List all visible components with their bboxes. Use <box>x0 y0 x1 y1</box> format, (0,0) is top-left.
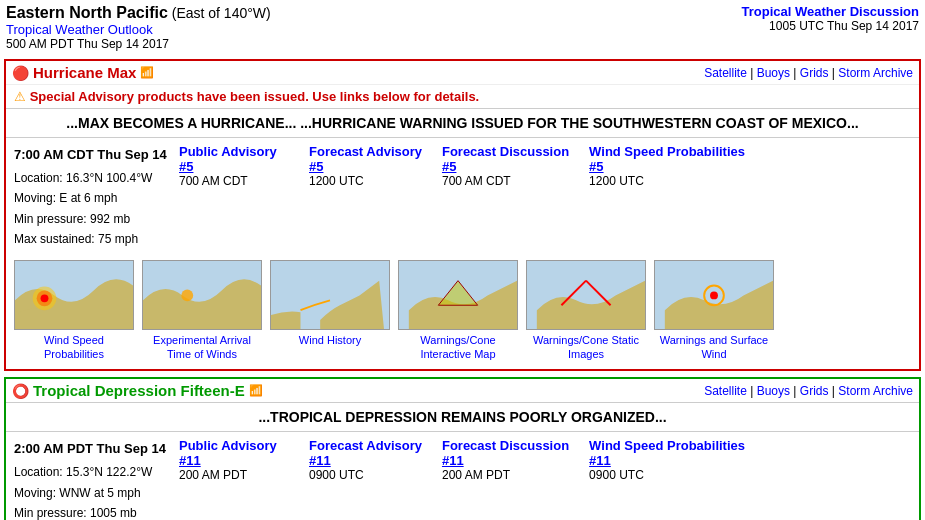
storm-title[interactable]: Tropical Depression Fifteen-E <box>33 382 245 399</box>
page-subtitle: (East of 140°W) <box>168 5 271 21</box>
map-item-2: Wind History <box>270 260 390 362</box>
storm-header-td-fifteen-e: ⭕Tropical Depression Fifteen-E📶Satellite… <box>6 379 919 402</box>
rss-icon[interactable]: 📶 <box>140 66 154 79</box>
map-label-1[interactable]: Experimental Arrival Time of Winds <box>142 333 262 362</box>
advisory-title-link-2[interactable]: Forecast Discussion <box>442 438 569 453</box>
storm-info-item: Min pressure: 1005 mb <box>14 503 179 520</box>
storm-info-item: Location: 15.3°N 122.2°W <box>14 462 179 482</box>
map-item-4: Warnings/Cone Static Images <box>526 260 646 362</box>
advisory-col-0: Public Advisory#5700 AM CDT <box>179 144 289 250</box>
map-item-0: Wind Speed Probabilities <box>14 260 134 362</box>
map-item-1: Experimental Arrival Time of Winds <box>142 260 262 362</box>
nav-link-storm-archive[interactable]: Storm Archive <box>838 384 913 398</box>
discussion-link[interactable]: Tropical Weather Discussion <box>742 4 919 19</box>
storm-info: 7:00 AM CDT Thu Sep 14Location: 16.3°N 1… <box>14 144 179 250</box>
advisory-columns: Public Advisory#11200 AM PDTForecast Adv… <box>179 438 911 520</box>
nav-link-satellite[interactable]: Satellite <box>704 66 747 80</box>
advisory-title-link-2[interactable]: Forecast Discussion <box>442 144 569 159</box>
map-thumb-1[interactable] <box>142 260 262 330</box>
map-thumb-4[interactable] <box>526 260 646 330</box>
advisory-warning-text: Special Advisory products have been issu… <box>30 89 480 104</box>
map-section: Wind Speed Probabilities Experimental Ar… <box>6 256 919 370</box>
map-label-3[interactable]: Warnings/Cone Interactive Map <box>398 333 518 362</box>
page-title: Eastern North Pacific (East of 140°W) <box>6 4 271 21</box>
storm-info-item: Moving: E at 6 mph <box>14 188 179 208</box>
map-label-5[interactable]: Warnings and Surface Wind <box>654 333 774 362</box>
storm-box-hurricane-max: 🔴Hurricane Max📶Satellite | Buoys | Grids… <box>4 59 921 371</box>
storms-container: 🔴Hurricane Max📶Satellite | Buoys | Grids… <box>0 59 925 520</box>
advisory-col-3: Wind Speed Probabilities#51200 UTC <box>589 144 745 250</box>
map-thumb-2[interactable] <box>270 260 390 330</box>
advisory-number-link-1[interactable]: #11 <box>309 453 422 468</box>
advisory-number-link-0[interactable]: #11 <box>179 453 289 468</box>
advisory-time: 200 AM PDT <box>442 468 569 482</box>
map-item-5: Warnings and Surface Wind <box>654 260 774 362</box>
advisory-col-0: Public Advisory#11200 AM PDT <box>179 438 289 520</box>
map-label-4[interactable]: Warnings/Cone Static Images <box>526 333 646 362</box>
map-thumb-3[interactable] <box>398 260 518 330</box>
advisory-title-link-1[interactable]: Forecast Advisory <box>309 144 422 159</box>
advisory-col-2: Forecast Discussion#11200 AM PDT <box>442 438 569 520</box>
advisory-col-1: Forecast Advisory#110900 UTC <box>309 438 422 520</box>
advisory-title-link-3[interactable]: Wind Speed Probabilities <box>589 438 745 453</box>
advisory-columns: Public Advisory#5700 AM CDTForecast Advi… <box>179 144 911 250</box>
storm-headline: ...MAX BECOMES A HURRICANE... ...HURRICA… <box>6 108 919 138</box>
advisory-number-link-2[interactable]: #5 <box>442 159 569 174</box>
map-item-3: Warnings/Cone Interactive Map <box>398 260 518 362</box>
storm-details-row: 7:00 AM CDT Thu Sep 14Location: 16.3°N 1… <box>6 138 919 256</box>
outlook-link[interactable]: Tropical Weather Outlook <box>6 22 153 37</box>
svg-point-14 <box>710 291 718 299</box>
svg-point-3 <box>41 294 49 302</box>
advisory-number-link-3[interactable]: #11 <box>589 453 745 468</box>
advisory-number-link-0[interactable]: #5 <box>179 159 289 174</box>
nav-link-grids[interactable]: Grids <box>800 66 829 80</box>
advisory-title-link-0[interactable]: Public Advisory <box>179 144 289 159</box>
advisory-number-link-1[interactable]: #5 <box>309 159 422 174</box>
advisory-col-2: Forecast Discussion#5700 AM CDT <box>442 144 569 250</box>
advisory-title-link-3[interactable]: Wind Speed Probabilities <box>589 144 745 159</box>
map-label-2[interactable]: Wind History <box>299 333 361 347</box>
storm-info-item: Max sustained: 75 mph <box>14 229 179 249</box>
advisory-time: 700 AM CDT <box>442 174 569 188</box>
svg-point-5 <box>181 289 193 301</box>
advisory-time: 700 AM CDT <box>179 174 289 188</box>
advisory-time: 1200 UTC <box>589 174 745 188</box>
advisory-time: 0900 UTC <box>589 468 745 482</box>
storm-headline: ...TROPICAL DEPRESSION REMAINS POORLY OR… <box>6 402 919 432</box>
warning-icon: ⚠ <box>14 89 30 104</box>
nav-link-buoys[interactable]: Buoys <box>757 66 790 80</box>
advisory-number-link-3[interactable]: #5 <box>589 159 745 174</box>
storm-details-row: 2:00 AM PDT Thu Sep 14Location: 15.3°N 1… <box>6 432 919 520</box>
storm-info-item: Location: 16.3°N 100.4°W <box>14 168 179 188</box>
advisory-number-link-2[interactable]: #11 <box>442 453 569 468</box>
map-thumb-5[interactable] <box>654 260 774 330</box>
page-header: Eastern North Pacific (East of 140°W) Tr… <box>0 0 925 55</box>
advisory-time: 0900 UTC <box>309 468 422 482</box>
advisory-col-1: Forecast Advisory#51200 UTC <box>309 144 422 250</box>
advisory-time: 200 AM PDT <box>179 468 289 482</box>
storm-time-label: 2:00 AM PDT Thu Sep 14 <box>14 438 179 460</box>
storm-nav-links: Satellite | Buoys | Grids | Storm Archiv… <box>704 384 913 398</box>
storm-info-item: Min pressure: 992 mb <box>14 209 179 229</box>
storm-header-hurricane-max: 🔴Hurricane Max📶Satellite | Buoys | Grids… <box>6 61 919 84</box>
map-thumb-0[interactable] <box>14 260 134 330</box>
advisory-col-3: Wind Speed Probabilities#110900 UTC <box>589 438 745 520</box>
storm-title[interactable]: Hurricane Max <box>33 64 136 81</box>
depression-icon: ⭕ <box>12 383 29 399</box>
nav-link-buoys[interactable]: Buoys <box>757 384 790 398</box>
advisory-title-link-1[interactable]: Forecast Advisory <box>309 438 422 453</box>
storm-time-label: 7:00 AM CDT Thu Sep 14 <box>14 144 179 166</box>
map-label-0[interactable]: Wind Speed Probabilities <box>14 333 134 362</box>
advisory-warning-bar: ⚠ Special Advisory products have been is… <box>6 84 919 108</box>
advisory-time: 1200 UTC <box>309 174 422 188</box>
storm-box-td-fifteen-e: ⭕Tropical Depression Fifteen-E📶Satellite… <box>4 377 921 520</box>
nav-link-satellite[interactable]: Satellite <box>704 384 747 398</box>
discussion-timestamp: 1005 UTC Thu Sep 14 2017 <box>742 19 919 33</box>
storm-info: 2:00 AM PDT Thu Sep 14Location: 15.3°N 1… <box>14 438 179 520</box>
nav-link-grids[interactable]: Grids <box>800 384 829 398</box>
nav-link-storm-archive[interactable]: Storm Archive <box>838 66 913 80</box>
advisory-title-link-0[interactable]: Public Advisory <box>179 438 289 453</box>
rss-icon[interactable]: 📶 <box>249 384 263 397</box>
outlook-timestamp: 500 AM PDT Thu Sep 14 2017 <box>6 37 271 51</box>
storm-info-item: Moving: WNW at 5 mph <box>14 483 179 503</box>
